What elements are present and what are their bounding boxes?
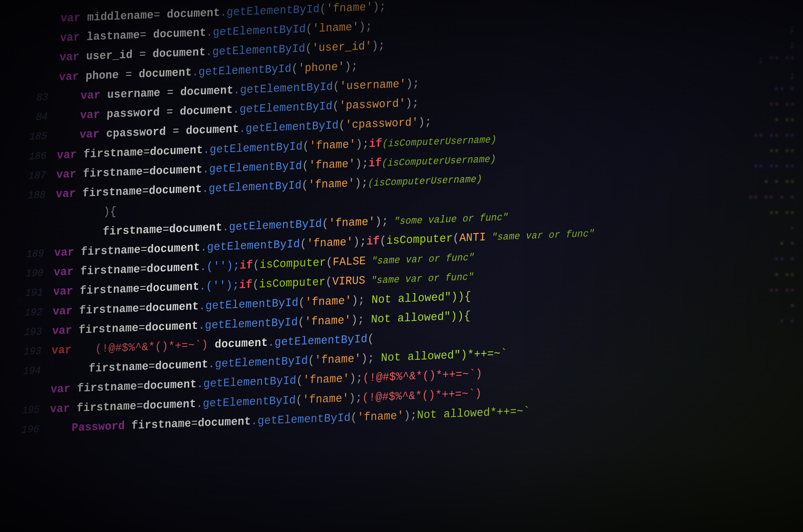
right-code-line: ; xyxy=(559,37,795,52)
line-number: 186 xyxy=(28,147,57,166)
line-number: 83 xyxy=(30,88,59,107)
right-code-line: ** ** xyxy=(559,207,795,222)
line-number: 191 xyxy=(25,283,54,302)
line-number: 188 xyxy=(27,186,56,204)
right-code-panel: ; ; ; ** ** ; ** * ** ** * ** ** ** ** *… xyxy=(559,0,803,532)
right-code-line: * ** xyxy=(559,269,795,284)
right-code-line: ** ** ** xyxy=(559,161,795,176)
line-number: 194 xyxy=(22,362,51,380)
right-code-line: ** * xyxy=(559,254,795,269)
line-number xyxy=(27,217,55,218)
line-number xyxy=(31,80,59,81)
right-code-line: ; xyxy=(559,68,795,83)
right-code-line: * xyxy=(559,301,795,316)
line-number: 190 xyxy=(25,264,54,283)
screen: var middlename= document.getElementById(… xyxy=(0,0,803,532)
right-code-line: * * xyxy=(559,238,795,253)
line-number: 187 xyxy=(28,166,56,185)
right-code-line: ** ** xyxy=(559,285,795,300)
right-code-line: ** * xyxy=(559,83,795,98)
right-code-line: * ** xyxy=(559,115,795,130)
line-number xyxy=(26,236,55,238)
right-code-line: ** ** xyxy=(559,146,795,160)
right-code-line: ** ** ** xyxy=(559,130,795,145)
right-code-line: ; xyxy=(559,22,795,37)
right-code-line: * * xyxy=(559,316,795,331)
line-number xyxy=(31,61,59,62)
line-number: 185 xyxy=(29,127,58,146)
line-number: 189 xyxy=(25,244,54,263)
right-code-line: * xyxy=(559,223,795,238)
line-number xyxy=(32,41,60,42)
right-code-line: ** ** * * xyxy=(559,192,795,207)
right-code-line: ; ** ** xyxy=(559,53,795,68)
line-number xyxy=(22,393,51,394)
line-number: 196 xyxy=(21,420,50,439)
right-code-line: ** ** xyxy=(559,99,795,114)
line-number: 193 xyxy=(23,342,52,361)
line-number: 84 xyxy=(29,108,58,127)
right-code-line: * * ** xyxy=(559,176,795,191)
line-number xyxy=(32,22,60,23)
line-content: var middlename= document.getElementById(… xyxy=(60,0,386,28)
line-number: 192 xyxy=(24,303,53,322)
line-number: 193 xyxy=(24,322,52,341)
line-number: 195 xyxy=(21,401,50,419)
line-content: ){ xyxy=(55,202,117,224)
